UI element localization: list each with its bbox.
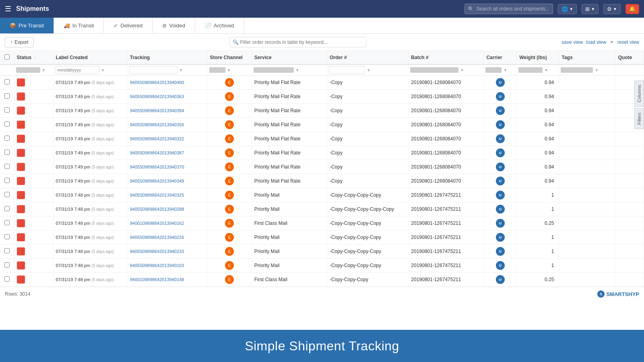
tags-cell (559, 76, 615, 90)
order-filter-icon[interactable]: ▼ (367, 68, 371, 72)
th-status[interactable]: Status ↕ (14, 51, 53, 64)
tab-delivered[interactable]: ✓ Delivered (104, 18, 153, 33)
row-checkbox[interactable] (4, 121, 10, 127)
tracking-number[interactable]: 9405509898642013940370 (130, 165, 184, 169)
tracking-number[interactable]: 9405509898642013940394 (130, 108, 184, 113)
tags-filter-icon[interactable]: ▼ (594, 68, 599, 72)
row-checkbox[interactable] (4, 136, 10, 141)
row-checkbox[interactable] (4, 276, 10, 282)
row-checkbox[interactable] (4, 192, 10, 197)
carrier-icon: U (496, 261, 505, 270)
row-checkbox[interactable] (4, 262, 10, 267)
row-checkbox[interactable] (4, 150, 10, 155)
store-channel-icon: E (225, 92, 234, 101)
label-created-filter[interactable] (55, 66, 99, 74)
load-view-button[interactable]: load view (586, 39, 606, 45)
th-order[interactable]: Order # (327, 51, 408, 64)
grid-button[interactable]: ⊞ ▼ (582, 4, 599, 14)
row-checkbox[interactable] (4, 248, 10, 253)
tracking-number[interactable]: 9400109898642013940162 (130, 221, 184, 226)
carrier-filter-icon[interactable]: ▼ (503, 68, 507, 72)
export-button[interactable]: ↑ Export (5, 37, 34, 47)
select-all-col[interactable] (0, 51, 14, 64)
carrier-icon: U (496, 275, 505, 284)
row-checkbox[interactable] (4, 107, 10, 113)
order-number: -Copy-Copy-Copy-Copy (330, 220, 381, 226)
label-date-rel: (5 days ago) (91, 263, 114, 268)
service-cell: Priority Mail (252, 202, 327, 216)
tab-archived[interactable]: 📄 Archived (195, 18, 244, 33)
batch-filter-icon[interactable]: ▼ (460, 68, 464, 72)
tracking-number[interactable]: 9405509898642013940349 (130, 179, 184, 183)
tracking-number[interactable]: 9405509898642013940332 (130, 136, 184, 141)
th-batch[interactable]: Batch # (409, 51, 484, 64)
save-view-button[interactable]: save view (561, 39, 583, 45)
tracking-number[interactable]: 9405509898642013940226 (130, 235, 184, 240)
store-filter-icon[interactable]: ▼ (227, 68, 231, 72)
carrier-cell: U (484, 76, 517, 90)
filter-search-input[interactable] (229, 37, 366, 47)
label-date: 07/31/19 7:49 pm (56, 136, 91, 141)
row-checkbox[interactable] (4, 93, 10, 99)
th-tracking[interactable]: Tracking (127, 51, 207, 64)
select-all-checkbox[interactable] (4, 54, 10, 60)
global-search-input[interactable] (464, 4, 553, 14)
tracking-number[interactable]: 9405509898642013940325 (130, 193, 184, 197)
filters-button[interactable]: Filters (634, 108, 644, 129)
row-checkbox[interactable] (4, 220, 10, 225)
batch-cell: 20190801-1268084070 (409, 146, 484, 160)
carrier-cell: U (484, 273, 517, 287)
tab-voided[interactable]: ⊘ Voided (153, 18, 195, 33)
th-service[interactable]: Service (252, 51, 327, 64)
row-checkbox[interactable] (4, 164, 10, 169)
hamburger-icon[interactable]: ☰ (5, 4, 11, 13)
batch-number: 20190801-1268084070 (411, 122, 461, 128)
weight-cell: 1 (517, 188, 559, 202)
tracking-number[interactable]: 9405509898642013940400 (130, 80, 184, 85)
weight-cell: 0.94 (517, 76, 559, 90)
row-checkbox[interactable] (4, 178, 10, 183)
th-label-created[interactable]: Label Created (53, 51, 127, 64)
row-checkbox[interactable] (4, 234, 10, 239)
label-date-rel: (5 days ago) (91, 249, 114, 254)
tracking-number[interactable]: 9405509898642013940233 (130, 249, 184, 254)
tracking-number[interactable]: 9405509898642013940103 (130, 263, 184, 268)
columns-button[interactable]: Columns (634, 80, 644, 107)
tracking-cell: 9405509898642013940363 (127, 90, 207, 104)
notifications-button[interactable]: 🔔 (625, 4, 639, 14)
carrier-icon: U (496, 78, 505, 87)
label-created-cell: 07/31/19 7:49 pm (5 days ago) (53, 132, 127, 146)
tracking-filter-icon[interactable]: ▼ (179, 68, 183, 72)
service-cell: First Class Mail (252, 273, 327, 287)
th-carrier[interactable]: Carrier (484, 51, 517, 64)
service-filter-icon[interactable]: ▼ (295, 68, 299, 72)
batch-cell: 20190801-1267475211 (409, 259, 484, 273)
reset-view-button[interactable]: reset view (617, 39, 639, 45)
tracking-number[interactable]: 9405509898642013940356 (130, 122, 184, 127)
settings-button[interactable]: ⚙ ▼ (603, 4, 621, 14)
th-quote[interactable]: Quote (615, 51, 644, 64)
row-checkbox[interactable] (4, 79, 10, 84)
label-date-rel: (5 days ago) (91, 193, 114, 197)
th-tags[interactable]: Tags (559, 51, 615, 64)
tab-in-transit[interactable]: 🚚 In Transit (54, 18, 104, 33)
tracking-number[interactable]: 9405509898642013940288 (130, 207, 184, 212)
tracking-filter[interactable] (129, 66, 178, 74)
label-created-cell: 07/31/19 7:49 pm (5 days ago) (53, 90, 127, 104)
weight-filter-icon[interactable]: ▼ (544, 68, 548, 72)
th-store-channel[interactable]: Store Channel (207, 51, 252, 64)
service-name: Priority Mail Flat Rate (254, 122, 301, 128)
service-name: Priority Mail Flat Rate (254, 150, 301, 156)
row-checkbox[interactable] (4, 206, 10, 211)
order-filter[interactable] (329, 66, 365, 74)
tags-cell (559, 216, 615, 230)
status-icon: 🚫 (17, 191, 25, 199)
tracking-number[interactable]: 9405509898642013940387 (130, 150, 184, 155)
status-filter-icon[interactable]: ▼ (42, 68, 46, 72)
tracking-number[interactable]: 9400109898642013940148 (130, 277, 184, 282)
tracking-number[interactable]: 9405509898642013940363 (130, 94, 184, 99)
globe-button[interactable]: 🌐 ▼ (558, 4, 577, 14)
label-filter-icon[interactable]: ▼ (101, 68, 105, 72)
th-weight[interactable]: Weight (lbs) (517, 51, 559, 64)
tab-pre-transit[interactable]: 📦 Pre Transit (0, 18, 54, 33)
